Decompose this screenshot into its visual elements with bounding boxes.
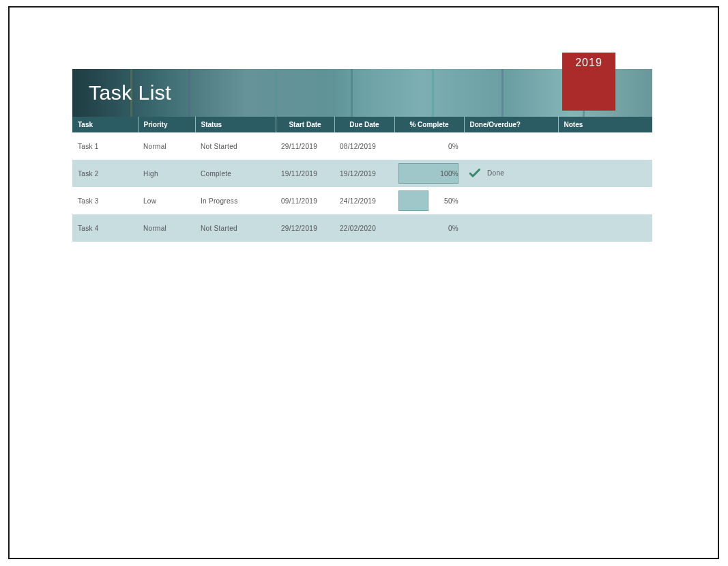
col-start-date: Start Date [276,117,334,132]
cell-status: Not Started [195,132,276,160]
col-due-date: Due Date [334,117,394,132]
cell-priority: High [138,160,195,187]
cell-start-date: 29/12/2019 [276,214,334,242]
cell-done-overdue: Done [464,160,558,187]
table-header-row: Task Priority Status Start Date Due Date… [72,117,652,132]
cell-done-overdue [464,214,558,242]
cell-task: Task 2 [72,160,138,187]
cell-due-date: 22/02/2020 [334,214,394,242]
table-row: Task 1NormalNot Started29/11/201908/12/2… [72,132,652,160]
cell-status: In Progress [195,187,276,214]
col-done-overdue: Done/Overdue? [464,117,558,132]
cell-priority: Normal [138,214,195,242]
table-row: Task 2HighComplete19/11/201919/12/201910… [72,160,652,187]
pct-label: 0% [448,143,458,150]
cell-notes [558,160,652,187]
cell-due-date: 08/12/2019 [334,132,394,160]
cell-pct-complete: 50% [394,187,464,214]
cell-due-date: 24/12/2019 [334,187,394,214]
cell-start-date: 09/11/2019 [276,187,334,214]
cell-start-date: 29/11/2019 [276,132,334,160]
year-badge: 2019 [562,53,615,111]
progress-bar [398,190,428,211]
cell-priority: Low [138,187,195,214]
cell-start-date: 19/11/2019 [276,160,334,187]
pct-label: 0% [448,225,458,232]
col-priority: Priority [138,117,195,132]
cell-notes [558,214,652,242]
cell-pct-complete: 0% [394,132,464,160]
col-status: Status [195,117,276,132]
col-task: Task [72,117,138,132]
cell-notes [558,187,652,214]
table-row: Task 3LowIn Progress09/11/201924/12/2019… [72,187,652,214]
cell-task: Task 4 [72,214,138,242]
cell-done-overdue [464,187,558,214]
col-pct-complete: % Complete [394,117,464,132]
cell-pct-complete: 100% [394,160,464,187]
pct-label: 100% [440,170,458,178]
pct-label: 50% [444,197,458,205]
cell-done-overdue [464,132,558,160]
check-icon [469,169,480,178]
table-row: Task 4NormalNot Started29/12/201922/02/2… [72,214,652,242]
cell-notes [558,132,652,160]
cell-status: Complete [195,160,276,187]
task-list-widget: 2019 Task List Task Priority Status Star… [72,55,652,242]
cell-task: Task 3 [72,187,138,214]
cell-due-date: 19/12/2019 [334,160,394,187]
cell-status: Not Started [195,214,276,242]
cell-priority: Normal [138,132,195,160]
done-label: Done [487,169,504,177]
task-table: Task Priority Status Start Date Due Date… [72,117,652,242]
col-notes: Notes [558,117,652,132]
cell-task: Task 1 [72,132,138,160]
cell-pct-complete: 0% [394,214,464,242]
